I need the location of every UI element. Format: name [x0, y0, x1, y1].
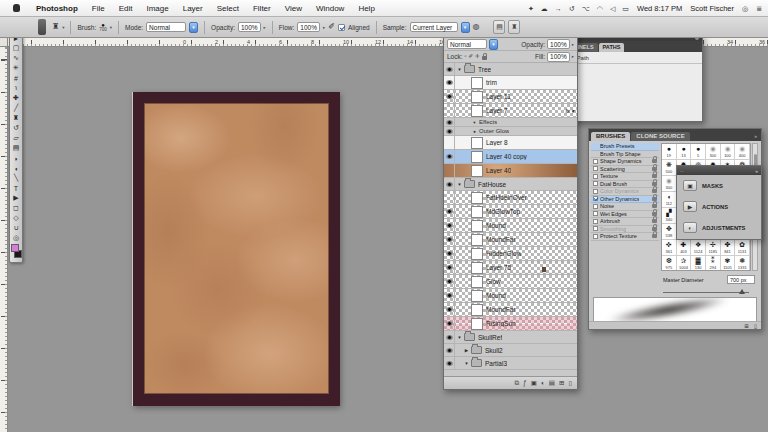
- visibility-toggle[interactable]: [444, 247, 455, 260]
- brush-preset[interactable]: ⁑ 294: [706, 256, 721, 271]
- menu-item[interactable]: Window: [309, 0, 351, 17]
- blend-dropdown-arrow[interactable]: ▾: [489, 39, 498, 50]
- brush-preset[interactable]: ❆ 975: [662, 256, 677, 271]
- layer-thumbnail[interactable]: [464, 180, 475, 188]
- status-icon[interactable]: ✦: [528, 0, 534, 17]
- layer-thumbnail[interactable]: [471, 151, 483, 163]
- layer-name[interactable]: Glow: [486, 278, 501, 285]
- layer-row[interactable]: ▶ Skull2 fx ▾: [444, 344, 577, 357]
- brush-preset[interactable]: ▓ 130: [691, 256, 706, 271]
- brush-preset[interactable]: ✜ 361: [662, 240, 677, 256]
- visibility-toggle[interactable]: [444, 127, 455, 135]
- brush-setting-item[interactable]: Shape Dynamics: [591, 158, 659, 166]
- layers-bottom-icon[interactable]: ▤: [549, 380, 555, 387]
- menu-item[interactable]: View: [278, 0, 309, 17]
- brush-preset[interactable]: ● 100: [721, 144, 736, 160]
- layer-thumbnail[interactable]: [471, 304, 483, 316]
- layer-row[interactable]: Layer 11 fx ▾: [444, 90, 577, 104]
- brush-preset[interactable]: ◖ 112: [662, 192, 677, 208]
- brush-setting-item[interactable]: Scattering: [591, 166, 659, 174]
- visibility-toggle[interactable]: [444, 357, 455, 369]
- expand-toggle[interactable]: ▼: [455, 335, 464, 340]
- visibility-toggle[interactable]: [444, 289, 455, 302]
- layer-name[interactable]: Layer 40: [486, 167, 511, 174]
- brush-setting-item[interactable]: Dual Brush: [591, 181, 659, 189]
- visibility-toggle[interactable]: [444, 205, 455, 218]
- layer-name[interactable]: MdGlowTop: [486, 208, 520, 215]
- layer-thumbnail[interactable]: [471, 290, 483, 302]
- expand-toggle[interactable]: ▼: [462, 361, 471, 366]
- status-icon[interactable]: ◁: [610, 0, 615, 17]
- layer-thumbnail[interactable]: [471, 234, 483, 246]
- slider-thumb[interactable]: [739, 289, 745, 294]
- lock-icon[interactable]: [652, 159, 657, 163]
- layers-bottom-icon[interactable]: ⊞: [559, 380, 564, 387]
- brush-preset[interactable]: ● 5: [691, 144, 706, 160]
- layer-row[interactable]: Mound fx ▾: [444, 219, 577, 233]
- brush-footer-icon[interactable]: ⊞: [744, 323, 749, 329]
- brush-setting-item[interactable]: Smoothing: [591, 226, 659, 234]
- lock-option-icon[interactable]: ✛: [475, 54, 480, 60]
- layer-thumbnail[interactable]: [471, 262, 483, 274]
- brush-footer-icon[interactable]: ▯: [754, 323, 757, 329]
- layer-name[interactable]: Effects: [479, 119, 497, 125]
- layer-thumbnail[interactable]: [464, 65, 475, 73]
- menu-item[interactable]: Filter: [246, 0, 278, 17]
- layer-name[interactable]: Mound: [486, 292, 506, 299]
- lock-icon[interactable]: [652, 197, 657, 201]
- status-icon[interactable]: ▭: [622, 0, 629, 17]
- master-diameter-input[interactable]: 700 px: [727, 275, 755, 284]
- aligned-checkbox[interactable]: [338, 24, 345, 31]
- expand-toggle[interactable]: ▾: [470, 120, 479, 125]
- lock-icon[interactable]: [652, 234, 657, 238]
- brush-setting-item[interactable]: Protect Texture: [591, 233, 659, 241]
- expand-toggle[interactable]: ▼: [455, 182, 464, 187]
- layer-thumbnail[interactable]: [471, 91, 483, 103]
- vertical-ruler[interactable]: 02468101214161820: [0, 47, 8, 432]
- lock-icon[interactable]: [652, 212, 657, 216]
- layer-name[interactable]: Outer Glow: [479, 128, 509, 134]
- layer-row[interactable]: Layer 8 fx ▾: [444, 136, 577, 150]
- visibility-toggle[interactable]: [444, 317, 455, 330]
- ignore-adjustment-layers-icon[interactable]: ◍: [473, 23, 480, 31]
- menu-item[interactable]: Image: [139, 0, 175, 17]
- layer-name[interactable]: Partial3: [485, 360, 507, 367]
- menu-clock[interactable]: Wed 8:17 PM: [637, 4, 682, 13]
- brush-preset[interactable]: ● 300: [662, 176, 677, 192]
- visibility-toggle[interactable]: [444, 219, 455, 232]
- expand-toggle[interactable]: ▼: [455, 67, 464, 72]
- layer-row[interactable]: ▼ Tree fx ▾: [444, 63, 577, 76]
- status-icon[interactable]: ⌥: [582, 0, 590, 17]
- lock-icon[interactable]: [652, 182, 657, 186]
- visibility-toggle[interactable]: [444, 303, 455, 316]
- setting-checkbox[interactable]: [593, 159, 598, 164]
- tool-button[interactable]: ◗: [10, 153, 22, 163]
- visibility-toggle[interactable]: [444, 118, 455, 126]
- sample-dropdown-arrow[interactable]: ▾: [461, 22, 470, 33]
- menu-item[interactable]: Layer: [176, 0, 210, 17]
- clone-stamp-tool-icon[interactable]: ♜: [52, 23, 59, 31]
- blend-mode-dropdown-arrow[interactable]: ▾: [189, 22, 198, 33]
- layer-row[interactable]: Glow fx ▾: [444, 275, 577, 289]
- foreground-color-swatch[interactable]: [11, 244, 19, 252]
- setting-checkbox[interactable]: [593, 204, 598, 209]
- tool-button[interactable]: ╱: [10, 103, 22, 113]
- layers-bottom-icon[interactable]: ◐: [541, 380, 545, 387]
- menu-user[interactable]: Scott Fischer: [690, 4, 734, 13]
- layer-name[interactable]: Layer 8: [486, 139, 508, 146]
- menu-item[interactable]: Select: [210, 0, 246, 17]
- flow-input[interactable]: 100%: [297, 22, 320, 32]
- status-icon[interactable]: ◠: [597, 0, 603, 17]
- visibility-toggle[interactable]: [444, 164, 455, 177]
- layer-name[interactable]: FatHouse: [478, 181, 506, 188]
- layer-row[interactable]: Mound fx ▾: [444, 289, 577, 303]
- brush-setting-item[interactable]: Noise: [591, 203, 659, 211]
- setting-checkbox[interactable]: [593, 219, 598, 224]
- lock-icon[interactable]: [652, 167, 657, 171]
- layers-opacity-input[interactable]: 100%: [547, 39, 570, 49]
- setting-checkbox[interactable]: [593, 234, 598, 239]
- apple-menu-icon[interactable]: [13, 4, 20, 12]
- brush-setting-item[interactable]: Other Dynamics: [591, 196, 659, 204]
- visibility-toggle[interactable]: [444, 261, 455, 274]
- layer-name[interactable]: Mound: [486, 222, 506, 229]
